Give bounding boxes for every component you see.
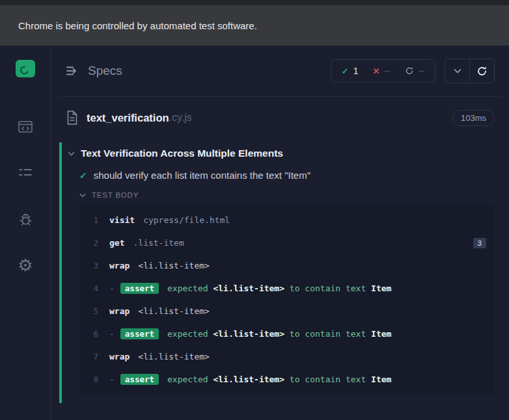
cypress-app: ⚙ Specs ✓ 1 ✕ -- xyxy=(0,46,509,420)
stat-failed: ✕ -- xyxy=(365,66,397,76)
command-number: 1 xyxy=(79,216,109,225)
command-text-segment: expected xyxy=(167,283,208,293)
command-text-segment: <li.list-item> xyxy=(208,283,284,293)
page-title: Specs xyxy=(88,64,122,78)
sidebar-item-specs[interactable] xyxy=(16,118,34,136)
automation-message: Chrome is being controlled by automated … xyxy=(18,20,257,31)
spec-duration-badge: 103ms xyxy=(452,110,495,126)
sidebar: ⚙ xyxy=(0,46,51,420)
passed-runnable-block: Text Verification Across Multiple Elemen… xyxy=(59,142,495,403)
command-row[interactable]: 8 -assert expected <li.list-item> to con… xyxy=(79,368,495,391)
command-method: wrap xyxy=(109,261,130,270)
command-text-segment: expected xyxy=(167,329,208,339)
specs-header: Specs ✓ 1 ✕ -- -- xyxy=(51,46,509,96)
command-method: get xyxy=(109,238,124,248)
command-message: cypress/file.html xyxy=(143,215,230,225)
sidebar-item-runs[interactable] xyxy=(16,164,34,182)
test-body-label: TEST BODY xyxy=(92,191,139,199)
command-number: 8 xyxy=(79,375,109,384)
command-method: wrap xyxy=(109,352,130,361)
specs-list-icon xyxy=(66,65,80,77)
reporter-main: Specs ✓ 1 ✕ -- -- xyxy=(51,46,509,420)
test-body-toggle[interactable]: TEST BODY xyxy=(62,186,495,204)
collapse-dropdown-button[interactable] xyxy=(445,59,470,83)
test-passed-check-icon: ✓ xyxy=(79,170,87,181)
assert-badge: assert xyxy=(120,374,159,385)
command-number: 3 xyxy=(79,261,109,270)
gear-icon: ⚙ xyxy=(18,257,33,274)
command-row[interactable]: 1 visit cypress/file.html xyxy=(79,209,495,231)
stat-passed: ✓ 1 xyxy=(335,66,366,76)
command-text-segment: .list-item xyxy=(133,238,184,248)
command-number: 2 xyxy=(79,239,109,248)
command-text-segment: to contain text xyxy=(284,283,366,293)
command-message: expected <li.list-item> to contain text … xyxy=(167,283,391,293)
spec-filename: text_verification xyxy=(87,112,169,124)
chrome-automation-infobar: Chrome is being controlled by automated … xyxy=(0,5,509,46)
command-text-segment: expected xyxy=(167,374,208,384)
spec-file-icon xyxy=(66,110,79,125)
command-text-segment: Item xyxy=(366,374,391,384)
rerun-tests-button[interactable] xyxy=(469,59,495,83)
restart-icon xyxy=(405,66,414,75)
sidebar-item-settings[interactable]: ⚙ xyxy=(16,256,34,274)
command-text-segment: <li.list-item> xyxy=(138,306,210,316)
chevron-down-icon xyxy=(79,193,86,198)
sidebar-item-debug[interactable] xyxy=(16,210,34,228)
command-method: -assert xyxy=(109,328,159,339)
command-text-segment: <li.list-item> xyxy=(208,374,284,384)
command-text-segment: <li.list-item> xyxy=(208,329,284,339)
spec-file-row[interactable]: text_verification .cy.js 103ms xyxy=(51,97,509,138)
assert-dash: - xyxy=(109,374,115,384)
suite-title: Text Verification Across Multiple Elemen… xyxy=(81,148,283,159)
assert-dash: - xyxy=(109,283,115,293)
command-number: 5 xyxy=(79,307,109,316)
command-method: wrap xyxy=(109,306,130,316)
test-result-row[interactable]: ✓ should verify each list item contains … xyxy=(62,164,495,186)
sidebar-item-cypress-home[interactable] xyxy=(15,59,36,81)
browser-code-icon xyxy=(18,120,33,134)
command-log: 1 visit cypress/file.html 2 get .list-it… xyxy=(79,204,495,395)
spec-extension: .cy.js xyxy=(169,112,192,124)
assert-dash: - xyxy=(109,329,115,339)
spec-stats: ✓ 1 ✕ -- -- xyxy=(331,59,435,83)
command-number: 4 xyxy=(79,284,109,293)
refresh-icon xyxy=(476,66,488,77)
command-number: 6 xyxy=(79,330,109,339)
test-title: should verify each list item contains th… xyxy=(94,170,310,181)
check-icon: ✓ xyxy=(342,66,349,76)
bug-icon xyxy=(18,211,34,228)
command-text-segment: Item xyxy=(366,329,391,339)
assert-badge: assert xyxy=(120,283,159,294)
header-actions xyxy=(445,59,495,83)
elements-count-badge: 3 xyxy=(473,238,486,248)
command-method: -assert xyxy=(109,374,159,385)
cross-icon: ✕ xyxy=(372,66,379,76)
command-text-segment: to contain text xyxy=(284,329,366,339)
assert-badge: assert xyxy=(120,328,159,339)
stat-pending: -- xyxy=(398,66,432,76)
passed-count: 1 xyxy=(353,66,359,76)
command-row[interactable]: 6 -assert expected <li.list-item> to con… xyxy=(79,322,495,345)
command-row[interactable]: 7 wrap <li.list-item> xyxy=(79,345,495,368)
chevron-down-icon xyxy=(68,151,75,156)
command-message: expected <li.list-item> to contain text … xyxy=(167,329,391,339)
failed-count: -- xyxy=(384,66,390,76)
command-message: .list-item xyxy=(133,238,184,248)
command-message: <li.list-item> xyxy=(138,261,210,270)
pending-count: -- xyxy=(419,66,424,76)
chevron-down-icon xyxy=(454,68,461,73)
command-text-segment: to contain text xyxy=(284,374,366,384)
command-row[interactable]: 5 wrap <li.list-item> xyxy=(79,300,495,322)
command-row[interactable]: 2 get .list-item 3 xyxy=(79,231,495,254)
command-method: visit xyxy=(109,215,135,225)
browser-titlebar xyxy=(0,0,509,5)
command-row[interactable]: 3 wrap <li.list-item> xyxy=(79,254,495,277)
command-method: -assert xyxy=(109,283,159,294)
command-text-segment: Item xyxy=(366,283,391,293)
suite-header[interactable]: Text Verification Across Multiple Elemen… xyxy=(62,142,495,164)
command-message: <li.list-item> xyxy=(138,352,210,361)
command-text-segment: <li.list-item> xyxy=(138,352,210,361)
command-text-segment: <li.list-item> xyxy=(138,261,210,270)
command-row[interactable]: 4 -assert expected <li.list-item> to con… xyxy=(79,277,495,300)
